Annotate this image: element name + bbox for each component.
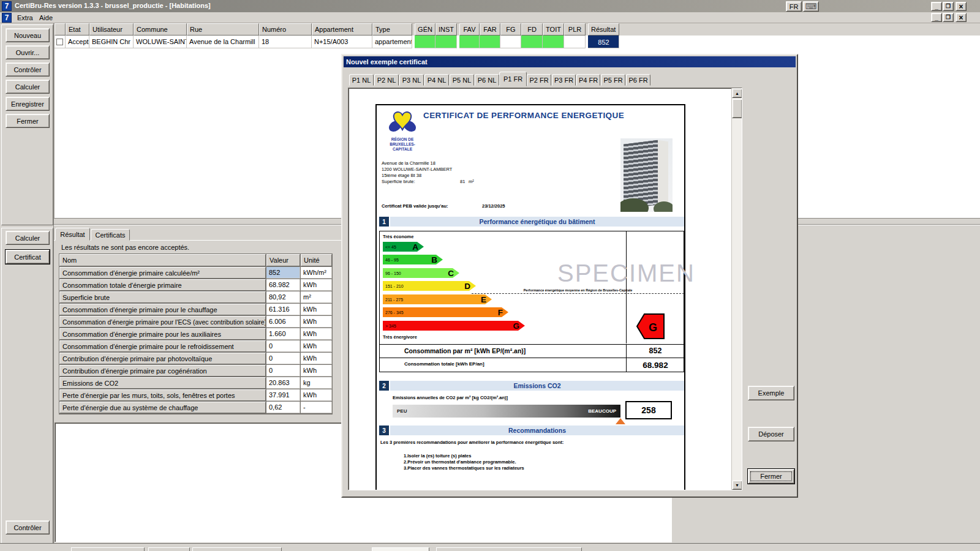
calculer2-button[interactable]: Calculer — [6, 231, 50, 245]
column-header-toit[interactable]: TOIT — [543, 23, 564, 36]
tab-p1nl[interactable]: P1 NL — [349, 74, 374, 86]
column-header-etat[interactable]: Etat — [66, 23, 89, 36]
enregistrer-button[interactable]: Enregistrer — [6, 97, 50, 111]
calculer-button[interactable]: Calculer — [6, 80, 50, 94]
section-number: 2 — [379, 381, 389, 391]
minimize-button[interactable]: _ — [931, 2, 942, 11]
column-header-numero[interactable]: Numéro — [259, 23, 312, 36]
column-header-commune[interactable]: Commune — [134, 23, 187, 36]
column-header-far[interactable]: FAR — [480, 23, 500, 36]
result-name: Consommation d'énergie primaire pour l'E… — [59, 316, 266, 328]
menu-bar: 7 Extra Aide _ ❐ × — [0, 12, 980, 23]
result-name: Emissions de CO2 — [59, 377, 266, 389]
fermer-button[interactable]: Fermer — [6, 114, 50, 128]
grid-header-row: Etat Utilisateur Commune Rue Numéro Appa… — [55, 23, 980, 36]
results-col-valeur[interactable]: Valeur — [266, 254, 300, 266]
result-value: 37.991 — [266, 389, 300, 401]
app-title-bar: 7 CertiBru-Res version 1.3.3 - brussel_p… — [0, 0, 980, 12]
column-header-utilisateur[interactable]: Utilisateur — [89, 23, 134, 36]
result-name: Consommation d'énergie primaire pour le … — [59, 340, 266, 352]
row-checkbox[interactable] — [56, 39, 63, 45]
column-header-select[interactable] — [55, 23, 66, 36]
column-header-gen[interactable]: GÉN — [415, 23, 435, 36]
results-col-unite[interactable]: Unité — [301, 254, 332, 266]
tab-certificats[interactable]: Certificats — [91, 229, 130, 241]
close-button[interactable]: × — [956, 2, 967, 11]
controler-button[interactable]: Contrôler — [6, 62, 50, 77]
tab-p6nl[interactable]: P6 NL — [475, 74, 499, 86]
taskbar-button[interactable] — [71, 547, 145, 551]
result-unit: kWh — [301, 304, 332, 315]
energy-band-e: 211 - 275E — [383, 294, 492, 304]
section-title: Performance énergétique du bâtiment — [390, 217, 684, 227]
tab-p5fr[interactable]: P5 FR — [601, 74, 625, 86]
menu-item-aide[interactable]: Aide — [39, 14, 53, 21]
keyboard-icon[interactable]: ⌨ — [803, 1, 819, 12]
result-value: 20.863 — [266, 377, 300, 389]
scale-bottom-label: Très énergivore — [383, 334, 417, 340]
cell-utilisateur: BEGHIN Chr — [89, 36, 134, 48]
column-header-plr[interactable]: PLR — [564, 23, 586, 36]
result-name: Contribution d'énergie primaire par phot… — [59, 353, 266, 364]
tab-p1fr[interactable]: P1 FR — [499, 72, 527, 86]
cell-appartement: N+15/A003 — [312, 36, 372, 48]
recommendations-intro: Les 3 premières recommandations pour amé… — [380, 440, 564, 445]
cell-commune: WOLUWE-SAINT — [134, 36, 187, 48]
child-minimize-button[interactable]: _ — [931, 13, 942, 22]
tab-p4nl[interactable]: P4 NL — [424, 74, 449, 86]
nouveau-button[interactable]: Nouveau — [6, 28, 50, 42]
menu-item-extra[interactable]: Extra — [17, 14, 33, 21]
taskbar-button[interactable] — [192, 547, 282, 551]
tab-p5nl[interactable]: P5 NL — [450, 74, 474, 86]
ouvrir-button[interactable]: Ouvrir... — [6, 45, 50, 59]
column-header-inst[interactable]: INST — [435, 23, 457, 36]
scroll-down-button[interactable]: ▼ — [732, 480, 742, 490]
co2-high-label: BEAUCOUP — [588, 408, 616, 414]
co2-gradient-bar: PEU BEAUCOUP — [393, 405, 620, 418]
building-photo — [620, 138, 673, 212]
table-row[interactable]: Accepté BEGHIN Chr WOLUWE-SAINT Avenue d… — [55, 36, 980, 48]
tab-p4fr[interactable]: P4 FR — [576, 74, 600, 86]
child-restore-button[interactable]: ❐ — [943, 13, 954, 22]
controler2-button[interactable]: Contrôler — [6, 520, 50, 534]
exemple-button[interactable]: Exemple — [748, 386, 794, 400]
result-value: 0 — [266, 340, 300, 352]
deposer-button[interactable]: Déposer — [748, 427, 794, 441]
column-header-appartement[interactable]: Appartement — [312, 23, 372, 36]
co2-value-box: 258 — [625, 401, 672, 419]
taskbar-button[interactable] — [372, 547, 429, 551]
tab-p2fr[interactable]: P2 FR — [527, 74, 551, 86]
result-unit: kWh — [301, 328, 332, 340]
document-icon[interactable]: 7 — [2, 13, 12, 23]
restore-button[interactable]: ❐ — [943, 2, 954, 11]
result-value: 852 — [266, 267, 300, 279]
preview-scrollbar[interactable]: ▲ ▼ — [731, 88, 742, 490]
column-header-rue[interactable]: Rue — [187, 23, 259, 36]
recommendation-item: 3.Placer des vannes thermostatiques sur … — [404, 465, 524, 471]
column-header-resultat[interactable]: Résultat — [588, 23, 619, 36]
tab-p2nl[interactable]: P2 NL — [374, 74, 399, 86]
taskbar-button[interactable] — [436, 547, 582, 551]
dialog-title-bar[interactable]: Nouvel exemple certificat — [344, 56, 796, 67]
fermer-dialog-button[interactable]: Fermer — [748, 469, 794, 484]
tab-p6fr[interactable]: P6 FR — [626, 74, 650, 86]
tab-p3nl[interactable]: P3 NL — [399, 74, 424, 86]
tab-p3fr[interactable]: P3 FR — [552, 74, 576, 86]
scroll-up-button[interactable]: ▲ — [732, 88, 742, 98]
column-header-type[interactable]: Type — [372, 23, 412, 36]
tab-resultat[interactable]: Résultat — [55, 228, 90, 241]
certificat-button[interactable]: Certificat — [6, 250, 50, 264]
energy-band-f: 276 - 345F — [383, 307, 508, 317]
status-cell-gen — [415, 36, 435, 48]
scroll-thumb[interactable] — [732, 99, 742, 118]
result-name: Consommation totale d'énergie primaire — [59, 279, 266, 291]
language-button[interactable]: FR — [786, 1, 802, 12]
child-close-button[interactable]: × — [956, 13, 967, 22]
column-header-fav[interactable]: FAV — [459, 23, 480, 36]
results-col-nom[interactable]: Nom — [59, 254, 266, 266]
column-header-fg[interactable]: FG — [500, 23, 521, 36]
area-label: Superficie brute: — [382, 179, 415, 184]
result-name: Consommation d'énergie primaire pour le … — [59, 304, 266, 315]
column-header-fd[interactable]: FD — [521, 23, 543, 36]
taskbar-button[interactable] — [148, 547, 190, 551]
